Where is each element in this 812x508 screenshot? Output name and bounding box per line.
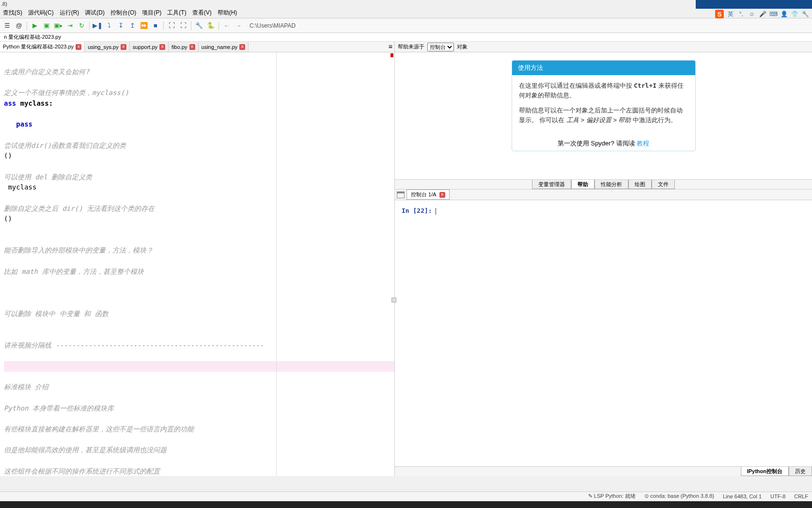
tray-toolbox-icon[interactable]: 🔧 — [801, 10, 809, 18]
close-icon[interactable]: × — [159, 44, 165, 50]
help-card-body: 在这里你可以通过在编辑器或者终端中按 Ctrl+I 来获得任何对象的帮助信息。 … — [512, 75, 695, 136]
tray-smiley-icon[interactable]: ☺ — [748, 10, 756, 18]
os-taskbar[interactable] — [0, 501, 812, 508]
editor-tab[interactable]: support.py × — [130, 42, 169, 52]
close-icon[interactable]: × — [121, 44, 126, 50]
splitter-handle[interactable] — [391, 298, 396, 302]
code-line: 这些组件会根据不同的操作系统进行不同形式的配置 — [4, 466, 394, 476]
help-source-select[interactable]: 控制台 — [427, 43, 454, 51]
fullscreen-button[interactable]: ⛶ — [178, 20, 188, 31]
tab-options-icon[interactable]: ≡ — [389, 43, 392, 50]
editor-tab[interactable]: using_name.py × — [199, 42, 249, 52]
code-line — [4, 109, 394, 119]
code-line — [4, 456, 394, 466]
menu-view[interactable]: 查看(V) — [189, 8, 215, 18]
code-line: 有些模块直接被构建在解析器里，这些不是一些语言内置的功能 — [4, 424, 394, 435]
menu-project[interactable]: 项目(P) — [139, 8, 164, 18]
status-conda[interactable]: ⊙ conda: base (Python 3.8.8) — [644, 493, 714, 499]
help-usage-card: 使用方法 在这里你可以通过在编辑器或者终端中按 Ctrl+I 来获得任何对象的帮… — [512, 60, 696, 151]
maximize-pane-button[interactable]: ⛶ — [166, 20, 177, 31]
code-line: 比如 math 库中的变量，方法，甚至整个模块 — [4, 267, 394, 277]
tab-label: fibo.py — [172, 44, 187, 50]
console-prompt-number: 22 — [417, 207, 424, 214]
tab-profiler[interactable]: 性能分析 — [594, 180, 628, 189]
console-tabbar: 控制台 1/A × — [395, 190, 812, 200]
help-text: 在这里你可以通过在编辑器或者终端中按 — [519, 82, 634, 89]
back-button[interactable]: ← — [221, 20, 232, 31]
code-line: () — [4, 151, 394, 161]
code-line — [4, 350, 394, 361]
tab-help[interactable]: 帮助 — [571, 180, 594, 189]
console-tab[interactable]: 控制台 1/A × — [406, 190, 450, 200]
tab-label: using_name.py — [202, 44, 238, 50]
sogou-ime-icon[interactable]: S — [715, 10, 724, 18]
editor-tab[interactable]: Python 量化编程基础-2023.py × — [0, 42, 85, 52]
help-tutorial-link[interactable]: 教程 — [637, 140, 649, 147]
code-line — [4, 77, 394, 88]
close-icon[interactable]: × — [76, 44, 81, 50]
code-line — [4, 235, 394, 246]
close-icon[interactable]: × — [189, 44, 195, 50]
tray-mic-icon[interactable]: 🎤 — [759, 10, 766, 18]
tab-history[interactable]: 历史 — [789, 467, 812, 476]
editor-ruler — [276, 52, 277, 476]
debug-step-button[interactable]: ⤵ — [104, 20, 114, 31]
email-button[interactable]: @ — [14, 20, 24, 31]
status-encoding: UTF-8 — [770, 493, 785, 499]
menu-run[interactable]: 运行(R) — [57, 8, 82, 18]
code-line — [4, 193, 394, 204]
ime-lang-icon[interactable]: 英 — [727, 10, 734, 18]
editor-tab[interactable]: using_sys.py × — [85, 42, 130, 52]
help-source-label: 帮助来源于 — [398, 43, 424, 50]
close-icon[interactable]: × — [239, 44, 245, 50]
toolbar-sep — [219, 21, 219, 30]
debug-stop-button[interactable]: ■ — [150, 20, 161, 31]
menu-debug[interactable]: 调试(D) — [82, 8, 108, 18]
console-bracket: ] — [424, 207, 428, 214]
statusbar: ✎ LSP Python: 就绪 ⊙ conda: base (Python 3… — [0, 492, 812, 500]
tab-plots[interactable]: 绘图 — [628, 180, 652, 189]
code-line — [4, 277, 394, 287]
tray-keyboard-icon[interactable]: ⌨ — [769, 10, 777, 18]
tray-skin-icon[interactable]: 👕 — [791, 10, 798, 18]
editor-tabbar: Python 量化编程基础-2023.py × using_sys.py × s… — [0, 42, 394, 52]
tab-variable-explorer[interactable]: 变量管理器 — [532, 180, 571, 189]
run-file-button[interactable]: ▶ — [30, 20, 40, 31]
menu-tools[interactable]: 工具(T) — [164, 8, 189, 18]
code-line: 讲座视频分隔线 --------------------------------… — [4, 340, 394, 351]
pythonpath-button[interactable]: 🐍 — [205, 20, 216, 31]
menu-source[interactable]: 源代码(C) — [25, 8, 57, 18]
editor-tab[interactable]: fibo.py × — [169, 42, 198, 52]
menu-help[interactable]: 帮助(H) — [215, 8, 240, 18]
code-line: 可以使用 del 删除自定义类 — [4, 172, 394, 183]
debug-step-in-button[interactable]: ↧ — [115, 20, 126, 31]
code-line — [4, 161, 394, 172]
tray-punct-icon[interactable]: °, — [737, 10, 745, 18]
tab-files[interactable]: 文件 — [652, 180, 675, 189]
close-icon[interactable]: × — [439, 192, 445, 198]
run-cell-button[interactable]: ▣ — [41, 20, 52, 31]
outline-button[interactable]: ☰ — [2, 20, 13, 31]
help-card-footer: 第一次使用 Spyder? 请阅读 教程 — [512, 136, 695, 151]
tab-ipython-console[interactable]: IPython控制台 — [741, 467, 789, 476]
right-panes: 帮助来源于 控制台 对象 使用方法 在这里你可以通过在编辑器或者终端中按 Ctr… — [395, 42, 812, 476]
menu-console[interactable]: 控制台(O) — [108, 8, 139, 18]
run-selection-button[interactable]: ⇥ — [64, 20, 75, 31]
ipython-console[interactable]: In [22]: I — [395, 200, 812, 466]
forward-button[interactable]: → — [233, 20, 244, 31]
run-cell-advance-button[interactable]: ▣▸ — [53, 20, 63, 31]
menu-find[interactable]: 查找(S) — [0, 8, 25, 18]
preferences-button[interactable]: 🔧 — [194, 20, 204, 31]
toolbar-sep — [191, 21, 191, 30]
console-browse-icon[interactable] — [397, 191, 405, 198]
tray-user-icon[interactable]: 👤 — [780, 10, 788, 18]
debug-continue-button[interactable]: ⏩ — [139, 20, 149, 31]
debug-step-out-button[interactable]: ↥ — [127, 20, 138, 31]
status-lsp: ✎ LSP Python: 就绪 — [588, 492, 636, 500]
help-text: 中激活此行为。 — [631, 116, 677, 124]
code-editor[interactable]: 生成用户自定义类又会如何? 定义一个不做任何事情的类，myclass()ass … — [0, 52, 394, 476]
code-line — [4, 130, 394, 141]
debug-button[interactable]: ▶❚ — [92, 20, 103, 31]
rerun-button[interactable]: ↻ — [76, 20, 87, 31]
code-line — [4, 435, 394, 445]
